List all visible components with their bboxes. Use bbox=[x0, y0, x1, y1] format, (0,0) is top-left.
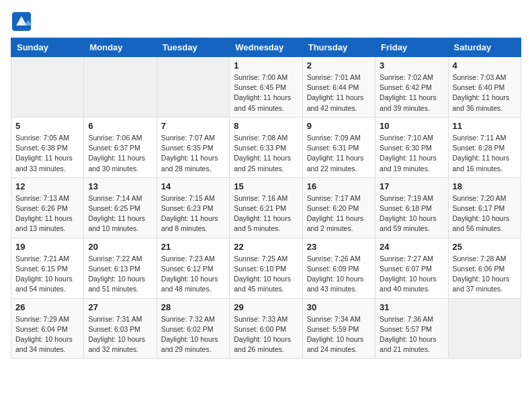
logo-icon bbox=[11, 11, 32, 32]
day-info: Sunrise: 7:25 AMSunset: 6:10 PMDaylight:… bbox=[234, 254, 298, 295]
day-info: Sunrise: 7:20 AMSunset: 6:17 PMDaylight:… bbox=[453, 193, 517, 234]
day-info: Sunrise: 7:19 AMSunset: 6:18 PMDaylight:… bbox=[380, 193, 443, 234]
day-info: Sunrise: 7:11 AMSunset: 6:28 PMDaylight:… bbox=[453, 133, 517, 174]
day-number: 22 bbox=[234, 242, 298, 252]
day-info: Sunrise: 7:02 AMSunset: 6:42 PMDaylight:… bbox=[380, 73, 443, 113]
day-info: Sunrise: 7:28 AMSunset: 6:06 PMDaylight:… bbox=[453, 254, 517, 295]
day-info: Sunrise: 7:06 AMSunset: 6:37 PMDaylight:… bbox=[88, 133, 152, 174]
day-number: 29 bbox=[234, 302, 298, 312]
week-row-1: 1Sunrise: 7:00 AMSunset: 6:45 PMDaylight… bbox=[11, 57, 521, 118]
calendar-cell: 8Sunrise: 7:08 AMSunset: 6:33 PMDaylight… bbox=[230, 117, 302, 177]
day-info: Sunrise: 7:00 AMSunset: 6:45 PMDaylight:… bbox=[234, 73, 298, 113]
calendar-cell: 11Sunrise: 7:11 AMSunset: 6:28 PMDayligh… bbox=[448, 117, 521, 177]
calendar-cell: 18Sunrise: 7:20 AMSunset: 6:17 PMDayligh… bbox=[448, 177, 521, 238]
week-row-2: 5Sunrise: 7:05 AMSunset: 6:38 PMDaylight… bbox=[11, 117, 521, 177]
calendar-cell: 13Sunrise: 7:14 AMSunset: 6:25 PMDayligh… bbox=[84, 177, 157, 238]
day-info: Sunrise: 7:29 AMSunset: 6:04 PMDaylight:… bbox=[15, 314, 79, 355]
day-info: Sunrise: 7:27 AMSunset: 6:07 PMDaylight:… bbox=[380, 254, 443, 295]
day-info: Sunrise: 7:31 AMSunset: 6:03 PMDaylight:… bbox=[88, 314, 152, 355]
day-info: Sunrise: 7:03 AMSunset: 6:40 PMDaylight:… bbox=[453, 73, 517, 113]
day-info: Sunrise: 7:07 AMSunset: 6:35 PMDaylight:… bbox=[161, 133, 225, 174]
weekday-header-saturday: Saturday bbox=[448, 38, 521, 57]
day-info: Sunrise: 7:13 AMSunset: 6:26 PMDaylight:… bbox=[15, 193, 79, 234]
weekday-header-sunday: Sunday bbox=[11, 38, 84, 57]
calendar-cell: 22Sunrise: 7:25 AMSunset: 6:10 PMDayligh… bbox=[230, 238, 302, 298]
calendar-cell: 21Sunrise: 7:23 AMSunset: 6:12 PMDayligh… bbox=[157, 238, 229, 298]
weekday-header-row: SundayMondayTuesdayWednesdayThursdayFrid… bbox=[11, 38, 521, 57]
day-info: Sunrise: 7:36 AMSunset: 5:57 PMDaylight:… bbox=[380, 314, 443, 355]
day-number: 24 bbox=[380, 242, 443, 252]
day-number: 31 bbox=[380, 302, 443, 312]
day-number: 2 bbox=[307, 60, 371, 71]
day-number: 6 bbox=[88, 121, 152, 131]
day-number: 30 bbox=[307, 302, 371, 312]
day-number: 5 bbox=[15, 121, 79, 131]
day-info: Sunrise: 7:16 AMSunset: 6:21 PMDaylight:… bbox=[234, 193, 298, 234]
day-info: Sunrise: 7:17 AMSunset: 6:20 PMDaylight:… bbox=[307, 193, 371, 234]
day-number: 18 bbox=[453, 181, 517, 191]
day-info: Sunrise: 7:05 AMSunset: 6:38 PMDaylight:… bbox=[15, 133, 79, 174]
calendar-cell bbox=[157, 57, 229, 118]
day-number: 4 bbox=[453, 60, 517, 71]
day-number: 21 bbox=[161, 242, 225, 252]
day-info: Sunrise: 7:32 AMSunset: 6:02 PMDaylight:… bbox=[161, 314, 225, 355]
day-info: Sunrise: 7:10 AMSunset: 6:30 PMDaylight:… bbox=[380, 133, 443, 174]
calendar-cell: 19Sunrise: 7:21 AMSunset: 6:15 PMDayligh… bbox=[11, 238, 84, 298]
calendar-cell bbox=[448, 298, 521, 359]
day-number: 3 bbox=[380, 60, 443, 71]
calendar-cell: 24Sunrise: 7:27 AMSunset: 6:07 PMDayligh… bbox=[375, 238, 448, 298]
day-info: Sunrise: 7:22 AMSunset: 6:13 PMDaylight:… bbox=[88, 254, 152, 295]
calendar-cell: 4Sunrise: 7:03 AMSunset: 6:40 PMDaylight… bbox=[448, 57, 521, 118]
day-info: Sunrise: 7:08 AMSunset: 6:33 PMDaylight:… bbox=[234, 133, 298, 174]
day-info: Sunrise: 7:26 AMSunset: 6:09 PMDaylight:… bbox=[307, 254, 371, 295]
day-number: 1 bbox=[234, 60, 298, 71]
day-number: 10 bbox=[380, 121, 443, 131]
weekday-header-friday: Friday bbox=[375, 38, 448, 57]
weekday-header-monday: Monday bbox=[84, 38, 157, 57]
calendar-cell bbox=[84, 57, 157, 118]
day-info: Sunrise: 7:01 AMSunset: 6:44 PMDaylight:… bbox=[307, 73, 371, 113]
calendar-cell: 6Sunrise: 7:06 AMSunset: 6:37 PMDaylight… bbox=[84, 117, 157, 177]
day-info: Sunrise: 7:23 AMSunset: 6:12 PMDaylight:… bbox=[161, 254, 225, 295]
calendar-cell: 10Sunrise: 7:10 AMSunset: 6:30 PMDayligh… bbox=[375, 117, 448, 177]
calendar-cell: 23Sunrise: 7:26 AMSunset: 6:09 PMDayligh… bbox=[302, 238, 375, 298]
day-number: 27 bbox=[88, 302, 152, 312]
weekday-header-tuesday: Tuesday bbox=[157, 38, 229, 57]
calendar-cell: 9Sunrise: 7:09 AMSunset: 6:31 PMDaylight… bbox=[302, 117, 375, 177]
day-info: Sunrise: 7:09 AMSunset: 6:31 PMDaylight:… bbox=[307, 133, 371, 174]
calendar-cell: 26Sunrise: 7:29 AMSunset: 6:04 PMDayligh… bbox=[11, 298, 84, 359]
day-number: 26 bbox=[15, 302, 79, 312]
day-info: Sunrise: 7:14 AMSunset: 6:25 PMDaylight:… bbox=[88, 193, 152, 234]
day-info: Sunrise: 7:21 AMSunset: 6:15 PMDaylight:… bbox=[15, 254, 79, 295]
week-row-5: 26Sunrise: 7:29 AMSunset: 6:04 PMDayligh… bbox=[11, 298, 521, 359]
calendar-cell: 27Sunrise: 7:31 AMSunset: 6:03 PMDayligh… bbox=[84, 298, 157, 359]
day-number: 28 bbox=[161, 302, 225, 312]
calendar-cell: 7Sunrise: 7:07 AMSunset: 6:35 PMDaylight… bbox=[157, 117, 229, 177]
calendar-cell bbox=[11, 57, 84, 118]
calendar-cell: 28Sunrise: 7:32 AMSunset: 6:02 PMDayligh… bbox=[157, 298, 229, 359]
day-number: 8 bbox=[234, 121, 298, 131]
calendar-cell: 14Sunrise: 7:15 AMSunset: 6:23 PMDayligh… bbox=[157, 177, 229, 238]
weekday-header-wednesday: Wednesday bbox=[230, 38, 302, 57]
day-number: 17 bbox=[380, 181, 443, 191]
day-number: 20 bbox=[88, 242, 152, 252]
week-row-3: 12Sunrise: 7:13 AMSunset: 6:26 PMDayligh… bbox=[11, 177, 521, 238]
day-info: Sunrise: 7:33 AMSunset: 6:00 PMDaylight:… bbox=[234, 314, 298, 355]
day-info: Sunrise: 7:15 AMSunset: 6:23 PMDaylight:… bbox=[161, 193, 225, 234]
logo bbox=[11, 11, 35, 32]
calendar-cell: 17Sunrise: 7:19 AMSunset: 6:18 PMDayligh… bbox=[375, 177, 448, 238]
calendar-cell: 20Sunrise: 7:22 AMSunset: 6:13 PMDayligh… bbox=[84, 238, 157, 298]
day-number: 19 bbox=[15, 242, 79, 252]
calendar-cell: 30Sunrise: 7:34 AMSunset: 5:59 PMDayligh… bbox=[302, 298, 375, 359]
calendar-cell: 1Sunrise: 7:00 AMSunset: 6:45 PMDaylight… bbox=[230, 57, 302, 118]
week-row-4: 19Sunrise: 7:21 AMSunset: 6:15 PMDayligh… bbox=[11, 238, 521, 298]
day-info: Sunrise: 7:34 AMSunset: 5:59 PMDaylight:… bbox=[307, 314, 371, 355]
day-number: 15 bbox=[234, 181, 298, 191]
day-number: 12 bbox=[15, 181, 79, 191]
day-number: 25 bbox=[453, 242, 517, 252]
day-number: 13 bbox=[88, 181, 152, 191]
day-number: 14 bbox=[161, 181, 225, 191]
calendar-cell: 29Sunrise: 7:33 AMSunset: 6:00 PMDayligh… bbox=[230, 298, 302, 359]
calendar-cell: 2Sunrise: 7:01 AMSunset: 6:44 PMDaylight… bbox=[302, 57, 375, 118]
day-number: 16 bbox=[307, 181, 371, 191]
